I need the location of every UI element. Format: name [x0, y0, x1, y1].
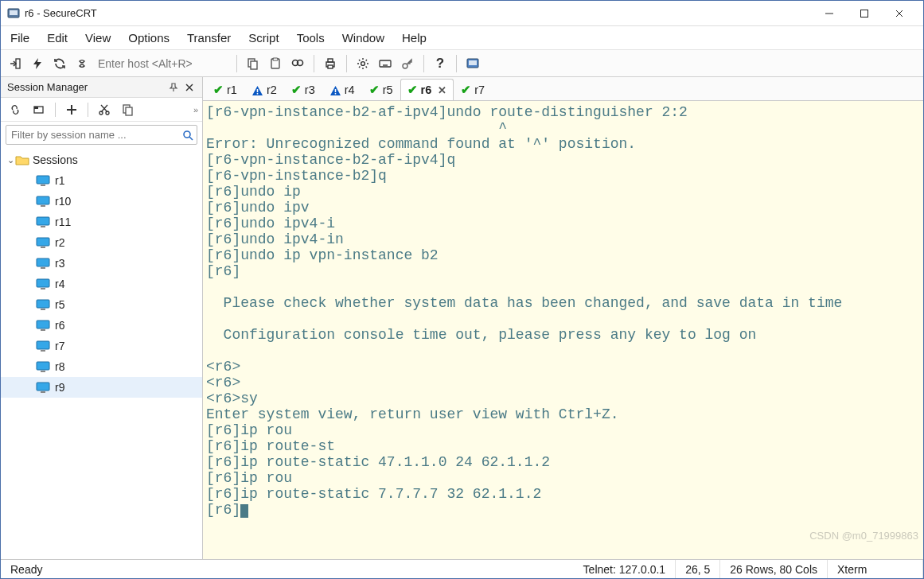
- tab-r2[interactable]: r2: [244, 79, 284, 100]
- svg-rect-63: [257, 93, 259, 95]
- menu-help[interactable]: Help: [400, 28, 428, 48]
- copy-icon[interactable]: [244, 54, 263, 73]
- panel-header: Session Manager: [1, 77, 202, 98]
- quick-connect-icon[interactable]: [28, 54, 47, 73]
- connect-icon[interactable]: [6, 54, 25, 73]
- session-r7[interactable]: r7: [1, 336, 202, 356]
- tab-r4[interactable]: r4: [322, 79, 362, 100]
- svg-rect-62: [257, 89, 259, 92]
- minimize-button[interactable]: [812, 2, 847, 25]
- menu-script[interactable]: Script: [247, 28, 280, 48]
- session-r6[interactable]: r6: [1, 315, 202, 336]
- svg-rect-60: [37, 383, 49, 391]
- close-tab-icon[interactable]: ✕: [438, 84, 446, 96]
- svg-rect-47: [41, 247, 45, 248]
- tab-bar: ✔r1r2✔r3r4✔r5✔r6✕✔r7: [203, 77, 923, 101]
- host-input[interactable]: [95, 56, 230, 72]
- svg-rect-59: [41, 371, 45, 372]
- overflow-icon[interactable]: »: [193, 105, 197, 115]
- menu-tools[interactable]: Tools: [295, 28, 326, 48]
- copy-session-icon[interactable]: [119, 100, 138, 119]
- svg-line-39: [189, 137, 193, 140]
- tab-label: r4: [345, 84, 355, 96]
- tab-label: r7: [474, 84, 485, 96]
- svg-rect-40: [37, 176, 49, 184]
- new-tab-icon[interactable]: [29, 100, 49, 119]
- paste-icon[interactable]: [266, 54, 285, 73]
- menu-view[interactable]: View: [84, 28, 112, 48]
- menu-file[interactable]: File: [9, 28, 31, 48]
- session-manager-panel: Session Manager » ⌄Sessionsr1r10r1: [1, 77, 203, 559]
- tab-r1[interactable]: ✔r1: [206, 79, 244, 100]
- app-icon: [7, 7, 20, 20]
- check-icon: ✔: [461, 83, 471, 97]
- svg-rect-25: [469, 60, 477, 65]
- reconnect-icon[interactable]: [50, 54, 69, 73]
- status-cursor-pos: 26, 5: [676, 560, 720, 578]
- securecrt-icon[interactable]: [463, 54, 482, 73]
- session-r10[interactable]: r10: [1, 191, 202, 212]
- svg-rect-49: [41, 267, 45, 269]
- menu-edit[interactable]: Edit: [45, 28, 69, 48]
- tab-r3[interactable]: ✔r3: [284, 79, 322, 100]
- tab-r6[interactable]: ✔r6✕: [400, 79, 454, 100]
- svg-rect-18: [380, 60, 391, 67]
- check-icon: ✔: [407, 83, 418, 97]
- svg-rect-37: [126, 107, 132, 115]
- session-r8[interactable]: r8: [1, 356, 202, 377]
- menu-window[interactable]: Window: [341, 28, 386, 48]
- filter-input[interactable]: [6, 126, 179, 144]
- svg-rect-42: [37, 196, 49, 204]
- help-icon[interactable]: ?: [431, 54, 450, 73]
- toolbar-separator: [236, 55, 237, 72]
- svg-rect-57: [41, 350, 45, 352]
- svg-rect-61: [41, 391, 45, 393]
- terminal[interactable]: [r6-vpn-instance-b2-af-ipv4]undo route-d…: [203, 101, 923, 559]
- svg-rect-51: [41, 288, 45, 290]
- svg-rect-44: [37, 217, 49, 225]
- tab-r5[interactable]: ✔r5: [362, 79, 400, 100]
- print-icon[interactable]: [321, 54, 340, 73]
- svg-point-17: [361, 61, 365, 65]
- link-icon[interactable]: [6, 100, 25, 119]
- menu-bar: FileEditViewOptionsTransferScriptToolsWi…: [1, 26, 923, 50]
- maximize-button[interactable]: [847, 2, 882, 25]
- svg-point-38: [184, 131, 190, 138]
- session-r11[interactable]: r11: [1, 212, 202, 232]
- tab-r7[interactable]: ✔r7: [454, 79, 492, 100]
- menu-transfer[interactable]: Transfer: [185, 28, 232, 48]
- svg-rect-1: [10, 10, 18, 15]
- tree-root[interactable]: ⌄Sessions: [1, 150, 202, 170]
- svg-rect-45: [41, 226, 45, 227]
- app-window: r6 - SecureCRT FileEditViewOptionsTransf…: [0, 0, 924, 579]
- search-icon[interactable]: [179, 126, 197, 144]
- session-r5[interactable]: r5: [1, 294, 202, 315]
- key-icon[interactable]: [398, 54, 417, 73]
- svg-rect-55: [41, 329, 45, 331]
- close-panel-icon[interactable]: [183, 81, 196, 94]
- status-bar: Ready Telnet: 127.0.0.1 26, 5 26 Rows, 8…: [1, 559, 923, 578]
- add-icon[interactable]: [62, 100, 81, 119]
- session-r2[interactable]: r2: [1, 232, 202, 253]
- menu-options[interactable]: Options: [127, 28, 171, 48]
- session-r3[interactable]: r3: [1, 253, 202, 274]
- status-connection: Telnet: 127.0.0.1: [574, 560, 676, 578]
- session-r1[interactable]: r1: [1, 170, 202, 191]
- pin-icon[interactable]: [167, 81, 180, 94]
- find-icon[interactable]: [288, 54, 307, 73]
- session-r9[interactable]: r9: [1, 377, 202, 398]
- close-button[interactable]: [882, 2, 917, 25]
- svg-rect-10: [273, 58, 278, 60]
- cut-icon[interactable]: [95, 100, 114, 119]
- title-bar: r6 - SecureCRT: [1, 1, 923, 26]
- toolbar-separator: [346, 55, 347, 72]
- svg-rect-48: [37, 258, 49, 266]
- session-r4[interactable]: r4: [1, 274, 202, 294]
- svg-rect-56: [37, 341, 49, 349]
- settings-icon[interactable]: [353, 54, 372, 73]
- svg-rect-15: [328, 59, 333, 62]
- keyboard-icon[interactable]: [376, 54, 395, 73]
- disconnect-icon[interactable]: [72, 54, 92, 73]
- panel-toolbar: »: [1, 98, 202, 122]
- session-tree[interactable]: ⌄Sessionsr1r10r11r2r3r4r5r6r7r8r9: [1, 148, 202, 559]
